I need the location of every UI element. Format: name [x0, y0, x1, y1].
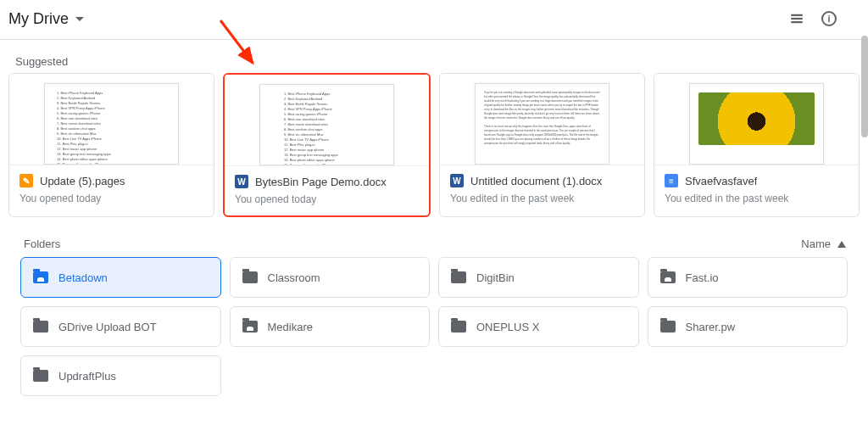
folder-item[interactable]: DigitBin [438, 257, 639, 298]
doc-preview: If you're you are creating a Google docu… [475, 83, 609, 165]
folder-icon [451, 321, 466, 333]
doc-preview: 1. Best iPhone Keyboard Apps 2. Best Key… [259, 84, 394, 165]
doc-preview: 1. Best iPhone Keyboard Apps 2. Best Key… [44, 83, 179, 165]
card-subtitle: You opened today [235, 193, 419, 205]
folder-icon [33, 370, 48, 382]
list-view-icon [789, 11, 804, 26]
folder-item[interactable]: GDrive Upload BOT [20, 306, 221, 347]
pages-file-icon: ✎ [19, 174, 33, 187]
card-body: ✎ Update (5).pages You opened today [9, 165, 214, 215]
shared-folder-icon [660, 271, 676, 283]
card-thumbnail [654, 74, 859, 165]
svg-rect-0 [791, 14, 803, 16]
folder-item[interactable]: ONEPLUS X [438, 306, 639, 347]
folder-name: DigitBin [476, 271, 515, 284]
card-thumbnail: 1. Best iPhone Keyboard Apps 2. Best Key… [225, 75, 429, 166]
sort-button[interactable]: Name [801, 238, 846, 250]
folder-name: Sharer.pw [686, 321, 736, 333]
suggested-card[interactable]: 1. Best iPhone Keyboard Apps 2. Best Key… [223, 73, 431, 217]
suggested-card[interactable]: 1. Best iPhone Keyboard Apps 2. Best Key… [8, 73, 214, 217]
folder-item[interactable]: Classroom [230, 257, 431, 298]
suggested-label: Suggested [0, 40, 868, 73]
header-bar: My Drive i [0, 0, 868, 40]
word-file-icon: W [450, 174, 464, 187]
card-thumbnail: 1. Best iPhone Keyboard Apps 2. Best Key… [9, 74, 214, 165]
suggested-card[interactable]: If you're you are creating a Google docu… [439, 73, 645, 217]
folder-name: ONEPLUS X [476, 321, 539, 333]
shared-folder-icon [242, 321, 258, 333]
folder-item[interactable]: Sharer.pw [648, 306, 849, 347]
folder-icon [33, 321, 48, 333]
folder-item[interactable]: Fast.io [648, 257, 849, 298]
card-subtitle: You edited in the past week [665, 193, 849, 204]
card-thumbnail: If you're you are creating a Google docu… [440, 74, 644, 165]
folder-name: Betadown [58, 271, 108, 284]
folder-icon [451, 271, 466, 283]
word-file-icon: W [235, 175, 248, 188]
svg-rect-1 [791, 18, 803, 20]
folder-item[interactable]: UpdraftPlus [20, 355, 221, 396]
folder-item[interactable]: Medikare [230, 306, 431, 347]
folder-name: UpdraftPlus [58, 370, 116, 383]
card-body: W Untitled document (1).docx You edited … [440, 165, 644, 215]
folder-icon [660, 321, 676, 333]
card-title: Untitled document (1).docx [470, 175, 602, 187]
gdoc-file-icon: ≡ [665, 174, 678, 187]
card-body: ≡ Sfvaefvasfavef You edited in the past … [654, 165, 859, 215]
card-body: W BytesBin Page Demo.docx You opened tod… [225, 166, 429, 215]
card-title: BytesBin Page Demo.docx [255, 176, 387, 188]
location-dropdown[interactable]: My Drive [8, 10, 84, 28]
card-subtitle: You opened today [19, 193, 203, 204]
sort-label: Name [801, 238, 831, 250]
folders-grid: BetadownClassroomDigitBinFast.ioGDrive U… [0, 257, 868, 396]
suggested-row: 1. Best iPhone Keyboard Apps 2. Best Key… [0, 73, 868, 226]
folders-label: Folders [24, 238, 60, 250]
arrow-up-icon [837, 241, 846, 248]
folder-name: Fast.io [686, 271, 719, 284]
preview-image [698, 92, 815, 145]
header-actions: i [787, 8, 839, 29]
view-list-button[interactable] [787, 8, 807, 29]
shared-folder-icon [33, 271, 48, 283]
info-button[interactable]: i [819, 8, 839, 29]
doc-preview [689, 83, 824, 165]
svg-rect-2 [791, 21, 803, 23]
folder-name: Medikare [268, 321, 313, 333]
folder-item[interactable]: Betadown [20, 257, 221, 298]
chevron-down-icon [75, 17, 84, 21]
card-title: Sfvaefvasfavef [685, 175, 757, 187]
card-title: Update (5).pages [40, 175, 125, 187]
folder-icon [242, 271, 258, 283]
card-subtitle: You edited in the past week [450, 193, 634, 204]
scrollbar-thumb[interactable] [861, 36, 868, 137]
suggested-card[interactable]: ≡ Sfvaefvasfavef You edited in the past … [654, 73, 860, 217]
folder-name: GDrive Upload BOT [58, 321, 157, 333]
info-icon: i [821, 11, 837, 26]
folders-header: Folders Name [0, 226, 868, 257]
location-title: My Drive [8, 10, 69, 28]
folder-name: Classroom [268, 271, 320, 284]
